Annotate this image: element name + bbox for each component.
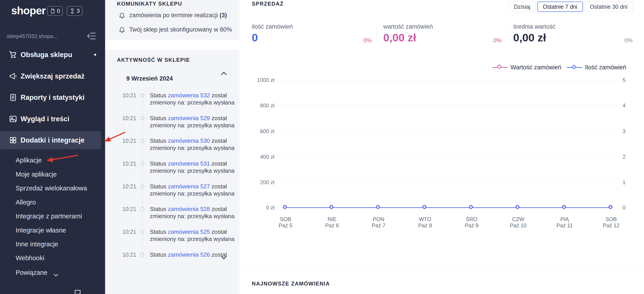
submenu-label: Allegro [16,199,36,206]
drafts-badge[interactable]: 0 [47,6,63,16]
event-text: Status zamówienia 529 został zmieniony n… [150,115,237,129]
event-line2: zmieniony na: przesyłka wysłana [150,167,237,174]
y-axis-left-tick: 600 zł [240,128,274,135]
x-axis-date: Paź 9 [454,222,490,229]
date-range-group: Dzisiaj Ostatnie 7 dni Ostatnie 30 dni [508,2,633,12]
submenu-label: Integracje własne [16,227,66,234]
submenu-item-webhooki[interactable]: Webhooki [0,252,105,264]
event-line2: zmieniony na: przesyłka wysłana [150,144,237,151]
event-time: 10:21 [122,183,136,190]
sidebar-item-wyglad-i-tresci[interactable]: Wygląd i treści [0,110,105,128]
notification-text: Twój sklep jest skonfigurowany w 60% [129,26,232,33]
notifications-activity-panel: KOMUNIKATY SKLEPU zamówienia po terminie… [105,0,240,294]
event-line2: zmieniony na: przesyłka wysłana [150,213,237,220]
orders-count-label: ilość zamówień [252,23,293,30]
x-axis-date: Paź 8 [407,222,443,229]
event-text: Status zamówienia 531 został zmieniony n… [150,160,237,174]
chevron-down-icon [53,270,59,276]
y-axis-left-tick: 0 zł [240,204,274,211]
sales-title: SPRZEDAŻ [252,1,284,7]
event-time: 10:21 [122,115,136,122]
legend-orders-count[interactable]: Ilość zamówień [585,64,626,71]
sidebar-item-label: Raporty i statystyki [20,93,84,102]
submenu-item-integracje-wlasne[interactable]: Integracje własne [0,224,105,236]
x-axis-day: ŚRO [454,216,490,222]
megaphone-icon [9,72,17,80]
event-text: Status zamówienia 527 został zmieniony n… [150,183,237,197]
range-button-today[interactable]: Dzisiaj [508,2,536,12]
order-link[interactable]: zamówienia 529 [168,115,210,122]
order-link[interactable]: zamówienia 531 [168,160,210,167]
notification-dot [94,54,96,56]
average-value-label: średnia wartość [513,23,556,30]
sidebar-item-raporty-i-statystyki[interactable]: Raporty i statystyki [0,88,105,107]
sidebar: shoper 0 3 sklep457032.shopa... Obsługa … [0,0,105,294]
collapse-sidebar-button[interactable] [86,31,96,42]
image-icon [9,115,17,123]
notification-store-setup[interactable]: Twój sklep jest skonfigurowany w 60% [129,26,232,33]
submenu-label: Integracje z partnerami [16,213,82,220]
order-link[interactable]: zamówienia 525 [168,228,210,235]
notification-overdue-orders[interactable]: zamówienia po terminie realizacji (3) [129,12,227,19]
stat-divider [506,25,507,44]
order-link[interactable]: zamówienia 528 [168,206,210,212]
average-value-value: 0,00 zł [513,31,546,44]
submenu-label: Webhooki [16,254,44,261]
range-button-last-7-days[interactable]: Ostatnie 7 dni [537,2,583,12]
x-axis-day: CZW [500,216,536,222]
submenu-item-powiazane[interactable]: Powiązane [0,266,105,278]
order-link[interactable]: zamówienia 526 [168,251,210,258]
chat-icon[interactable] [74,289,82,294]
sidebar-item-obsluga-sklepu[interactable]: Obsługa sklepu [0,46,105,64]
sidebar-item-dodatki-i-integracje[interactable]: Dodatki i integracje [0,131,101,149]
range-button-last-30-days[interactable]: Ostatnie 30 dni [584,2,633,12]
y-axis-right-tick: 0 [622,204,638,211]
latest-orders-title: NAJNOWSZE ZAMÓWIENIA [252,280,330,287]
store-messages-title: KOMUNIKATY SKLEPU [117,1,182,7]
event-text: Status zamówienia 530 został zmieniony n… [150,137,237,151]
x-axis-day: PIĄ [547,216,582,222]
submenu-item-aplikacje[interactable]: Aplikacje [0,154,105,166]
shoper-logo[interactable]: shoper [11,5,46,17]
pending-badge[interactable]: 3 [67,6,82,16]
sidebar-item-label: Wygląd i treści [20,115,69,123]
event-line2: zmieniony na: przesyłka wysłana [150,122,237,129]
order-link[interactable]: zamówienia 527 [168,183,210,190]
x-axis-day: SOB [593,216,629,222]
event-line2: zmieniony na: przesyłka wysłana [150,235,237,242]
sidebar-item-label: Zwiększaj sprzedaż [20,72,84,81]
notification-count: (3) [220,12,227,19]
legend-diamond-marker [572,65,576,69]
chevron-down-icon [220,253,228,261]
order-link[interactable]: zamówienia 530 [168,137,210,144]
chart-series-lines [278,80,617,208]
event-pre: Status [150,160,168,167]
legend-orders-value[interactable]: Wartość zamówień [510,64,561,71]
x-axis-day: SOB [268,216,304,222]
submenu-item-moje-aplikacje[interactable]: Moje aplikacje [0,168,105,180]
order-link[interactable]: zamówienia 532 [168,92,210,99]
submenu-item-inne-integracje[interactable]: Inne integracje [0,238,105,250]
submenu-label: Moje aplikacje [16,171,57,178]
event-pre: Status [150,92,168,99]
event-pre: Status [150,137,168,144]
event-time: 10:21 [122,92,136,99]
event-time: 10:21 [122,160,136,167]
event-post: został [210,92,227,99]
submenu-item-sprzedaz-wielokanalowa[interactable]: Sprzedaż wielokanałowa [0,182,105,194]
event-text: Status zamówienia 528 został zmieniony n… [150,205,237,220]
event-post: został [210,228,227,235]
submenu-item-integracje-z-partnerami[interactable]: Integracje z partnerami [0,210,105,222]
event-post: został [210,137,227,144]
sidebar-item-zwiekszaj-sprzedaz[interactable]: Zwiększaj sprzedaż [0,67,105,85]
event-post: został [210,206,227,212]
activity-event: 10:21 Status zamówienia 525 został zmien… [105,228,240,243]
submenu-item-allegro[interactable]: Allegro [0,196,105,208]
collapse-day-button[interactable] [220,70,228,78]
submenu-label: Sprzedaż wielokanałowa [16,185,87,192]
activity-event: 10:21 Status zamówienia 532 został zmien… [105,92,240,107]
apps-grid-icon [9,136,17,144]
bell-icon [118,12,126,19]
expand-activity-button[interactable] [220,253,228,261]
event-pre: Status [150,251,168,258]
